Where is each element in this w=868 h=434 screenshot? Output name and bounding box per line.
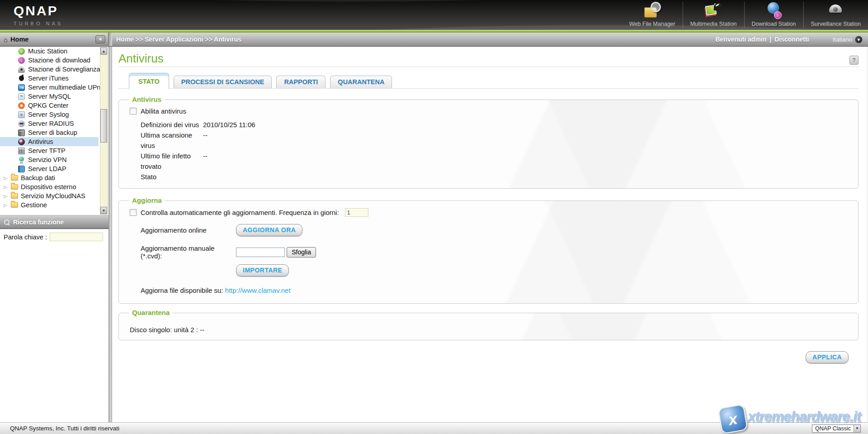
tab[interactable]: STATO xyxy=(129,73,169,89)
update-note-row: Aggiorna file disponibile su: http://www… xyxy=(141,286,847,294)
ldap-icon xyxy=(18,166,25,172)
sidebar-item[interactable]: Antivirus xyxy=(0,137,99,146)
update-section: Aggiorna Controlla automaticamente gli a… xyxy=(118,200,859,304)
apply-button[interactable]: APPLICA xyxy=(806,351,849,363)
status-row-label: Definizioni dei virus xyxy=(141,119,203,130)
scroll-up-icon[interactable] xyxy=(100,48,107,55)
vpn-icon xyxy=(18,157,25,163)
quick-link[interactable]: Surveillance Station xyxy=(803,1,868,28)
quarantine-section: Quarantena Disco singolo: unità 2 : -- xyxy=(118,313,859,340)
sidebar-item[interactable]: Server iTunes xyxy=(0,74,99,83)
sidebar-item[interactable]: Server Syslog xyxy=(0,110,99,119)
select-arrow-icon xyxy=(854,425,860,432)
import-button[interactable]: IMPORTARE xyxy=(236,264,289,277)
scrollbar-thumb[interactable] xyxy=(100,109,107,143)
sidebar-item-label: Stazione di Sorveglianza xyxy=(28,66,100,73)
antivirus-section-legend: Antivirus xyxy=(129,95,165,103)
mysql-icon xyxy=(18,93,25,100)
quick-links: Web File Manager Multimedia Station Down… xyxy=(622,0,868,30)
quick-link[interactable]: Multimedia Station xyxy=(683,1,744,28)
sidebar-folder[interactable]: Dispositivo esterno xyxy=(0,182,99,191)
status-row-value: -- xyxy=(203,151,847,172)
update-note-label: Aggiorna file disponibile su: xyxy=(141,286,223,294)
quarantine-section-legend: Quarantena xyxy=(129,309,173,316)
clamav-link[interactable]: http://www.clamav.net xyxy=(225,286,291,294)
sidebar-folders: Backup dati Dispositivo esterno Servizio… xyxy=(0,173,99,210)
sidebar: Music Station Stazione di download Stazi… xyxy=(0,47,108,422)
language-label[interactable]: Italiano xyxy=(832,36,852,43)
sidebar-item-label: Server MySQL xyxy=(28,93,71,100)
sidebar-item[interactable]: Server RADIUS xyxy=(0,119,99,128)
theme-select[interactable]: QNAP Classic xyxy=(812,424,861,433)
quick-link-label: Surveillance Station xyxy=(811,21,861,27)
welcome-area: Benvenuti admin|Disconnetti xyxy=(716,36,809,43)
sidebar-item[interactable]: Server TFTP xyxy=(0,146,99,155)
sidebar-folder[interactable]: Backup dati xyxy=(0,173,99,182)
breadcrumb[interactable]: Home >> Server Applicazioni >> Antivirus xyxy=(116,36,241,43)
enable-antivirus-checkbox[interactable] xyxy=(130,108,137,114)
status-row-label: Stato xyxy=(141,172,203,182)
logout-link[interactable]: Disconnetti xyxy=(774,36,809,43)
status-rows: Definizioni dei virus 2010/10/25 11:06 U… xyxy=(141,119,847,182)
manual-file-input[interactable] xyxy=(236,248,285,257)
web-file-manager-icon xyxy=(642,1,662,19)
expand-arrow-icon[interactable] xyxy=(4,176,8,181)
sidebar-item[interactable]: Music Station xyxy=(0,47,99,56)
theme-select-value: QNAP Classic xyxy=(815,425,851,432)
sidebar-folder[interactable]: Gestione xyxy=(0,200,99,210)
update-now-button[interactable]: AGGIORNA ORA xyxy=(236,224,302,236)
download-icon xyxy=(18,57,25,64)
sidebar-item-label: Server LDAP xyxy=(28,165,66,172)
title-separator xyxy=(118,67,859,67)
qnap-admin-page: QNAP TURBO NAS Web File Manager Multimed… xyxy=(0,0,868,434)
sidebar-item[interactable]: Server LDAP xyxy=(0,164,99,173)
auto-update-checkbox[interactable] xyxy=(130,209,137,216)
sidebar-folder[interactable]: Servizio MyCloudNAS xyxy=(0,191,99,200)
sidebar-item-label: Server di backup xyxy=(28,129,77,136)
sidebar-title: Home xyxy=(10,36,28,43)
sidebar-collapse-button[interactable]: « xyxy=(95,35,105,43)
status-row-label: Ultimo file infetto trovato xyxy=(141,151,203,172)
enable-antivirus-label: Abilita antivirus xyxy=(141,107,186,115)
sidebar-item-label: Server TFTP xyxy=(28,147,66,154)
keyword-input[interactable] xyxy=(50,233,103,241)
sidebar-item[interactable]: Servizio VPN xyxy=(0,155,99,164)
expand-arrow-icon[interactable] xyxy=(4,185,8,190)
sidebar-item[interactable]: QPKG Center xyxy=(0,101,99,110)
tab[interactable]: PROCESSI DI SCANSIONE xyxy=(174,76,272,88)
language-dropdown-icon[interactable] xyxy=(855,36,863,43)
tab[interactable]: QUARANTENA xyxy=(330,76,392,88)
antivirus-icon xyxy=(18,138,25,145)
enable-antivirus-row: Abilita antivirus xyxy=(130,107,847,115)
sidebar-item[interactable]: Server multimediale UPnP xyxy=(0,83,99,92)
status-row-value: -- xyxy=(203,130,847,151)
frequency-input[interactable] xyxy=(345,208,368,217)
music-icon xyxy=(18,48,25,55)
search-icon xyxy=(4,219,9,225)
sidebar-item[interactable]: Server MySQL xyxy=(0,92,99,101)
expand-arrow-icon[interactable] xyxy=(4,194,8,199)
browse-button[interactable]: Sfoglia xyxy=(287,247,316,258)
logo-text: QNAP xyxy=(14,4,63,18)
sidebar-item[interactable]: Stazione di Sorveglianza xyxy=(0,65,99,74)
quick-link[interactable]: Download Station xyxy=(744,1,803,28)
sidebar-item[interactable]: Server di backup xyxy=(0,128,99,137)
sidebar-item-label: Server RADIUS xyxy=(28,120,74,127)
online-update-label: Aggiornamento online xyxy=(141,226,236,234)
welcome-separator: | xyxy=(769,36,771,43)
upnp-icon xyxy=(18,84,25,91)
tab-bar: STATO PROCESSI DI SCANSIONE RAPPORTI QUA… xyxy=(118,73,859,89)
expand-arrow-icon[interactable] xyxy=(4,203,8,208)
tab[interactable]: RAPPORTI xyxy=(276,76,326,88)
title-row: Antivirus ? xyxy=(118,47,859,67)
app-header: QNAP TURBO NAS Web File Manager Multimed… xyxy=(0,0,868,30)
quick-link-label: Web File Manager xyxy=(629,21,675,27)
sidebar-scrollbar[interactable] xyxy=(100,47,108,215)
scroll-down-icon[interactable] xyxy=(100,207,107,214)
keyword-label: Parola chiave : xyxy=(4,234,47,241)
sidebar-item[interactable]: Stazione di download xyxy=(0,56,99,65)
tab-label: PROCESSI DI SCANSIONE xyxy=(181,78,264,86)
quick-link[interactable]: Web File Manager xyxy=(622,1,683,28)
status-row: Definizioni dei virus 2010/10/25 11:06 xyxy=(141,119,847,130)
help-icon[interactable]: ? xyxy=(849,56,859,65)
